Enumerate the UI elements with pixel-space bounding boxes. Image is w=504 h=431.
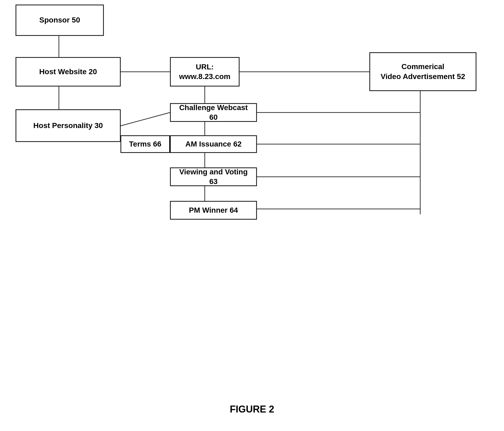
viewing-voting-box: Viewing and Voting 63 [170,167,257,186]
terms-box: Terms 66 [120,135,170,153]
commercial-box: Commerical Video Advertisement 52 [369,52,476,91]
url-box: URL: www.8.23.com [170,57,240,87]
host-website-box: Host Website 20 [16,57,121,87]
challenge-webcast-box: Challenge Webcast 60 [170,103,257,122]
svg-line-4 [120,113,170,126]
diagram-container: Sponsor 50 Host Website 20 URL: www.8.23… [0,0,504,431]
host-personality-box: Host Personality 30 [16,109,121,142]
sponsor-box: Sponsor 50 [16,5,104,36]
am-issuance-box: AM Issuance 62 [170,135,257,153]
pm-winner-box: PM Winner 64 [170,201,257,220]
figure-label: FIGURE 2 [230,404,274,415]
